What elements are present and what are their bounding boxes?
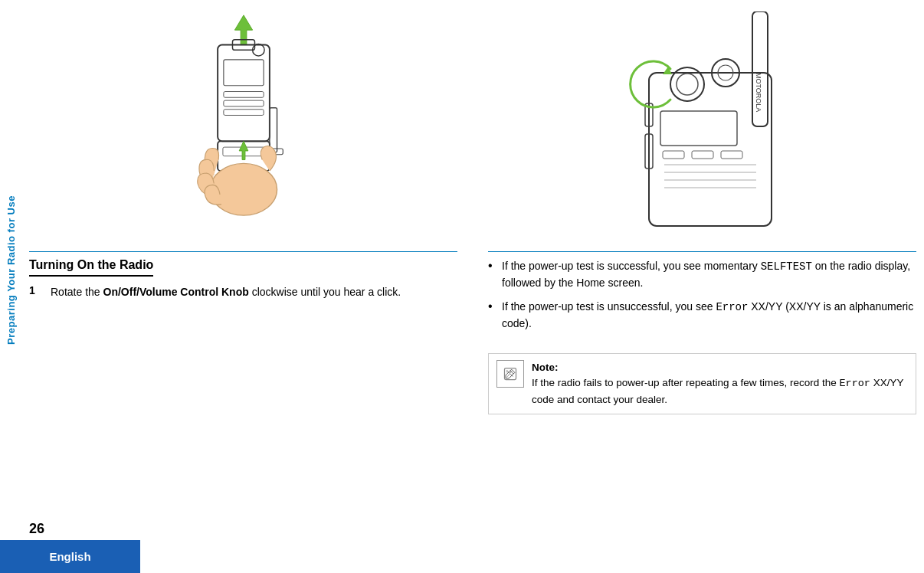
footer-bar: English (0, 540, 924, 573)
step-1: 1 Rotate the On/Off/Volume Control Knob … (29, 284, 457, 300)
svg-marker-0 (234, 15, 252, 45)
steps-list: 1 Rotate the On/Off/Volume Control Knob … (29, 284, 457, 306)
bullet-item-1: • If the power-up test is successful, yo… (488, 258, 916, 291)
svg-rect-4 (223, 60, 263, 86)
note-box: Note: If the radio fails to power-up aft… (488, 353, 916, 414)
svg-text:MOTOROLA: MOTOROLA (755, 73, 762, 112)
svg-rect-29 (663, 151, 684, 159)
left-divider (29, 251, 457, 252)
note-icon (496, 360, 524, 388)
bullet-list: • If the power-up test is successful, yo… (488, 258, 916, 339)
right-illustration: MOTOROLA (488, 8, 916, 245)
sidebar-label: Preparing Your Radio for Use (0, 0, 21, 540)
note-content: Note: If the radio fails to power-up aft… (532, 360, 908, 408)
svg-point-12 (210, 163, 277, 215)
svg-rect-7 (223, 110, 263, 116)
language-tab[interactable]: English (0, 540, 140, 573)
svg-rect-31 (721, 151, 742, 159)
section-title: Turning On the Radio (29, 258, 457, 284)
main-content: Turning On the Radio 1 Rotate the On/Off… (21, 0, 924, 540)
right-column: MOTOROLA (473, 0, 924, 540)
svg-point-18 (677, 74, 698, 95)
bullet-item-2: • If the power-up test is unsuccessful, … (488, 299, 916, 332)
right-divider (488, 251, 916, 252)
left-column: Turning On the Radio 1 Rotate the On/Off… (21, 0, 473, 540)
svg-marker-13 (239, 141, 248, 159)
svg-rect-30 (692, 151, 713, 159)
svg-rect-28 (660, 111, 737, 146)
page-number: 26 (21, 518, 52, 540)
left-illustration (29, 8, 457, 245)
svg-rect-6 (223, 100, 263, 106)
svg-rect-5 (223, 92, 263, 98)
svg-rect-10 (269, 108, 277, 152)
